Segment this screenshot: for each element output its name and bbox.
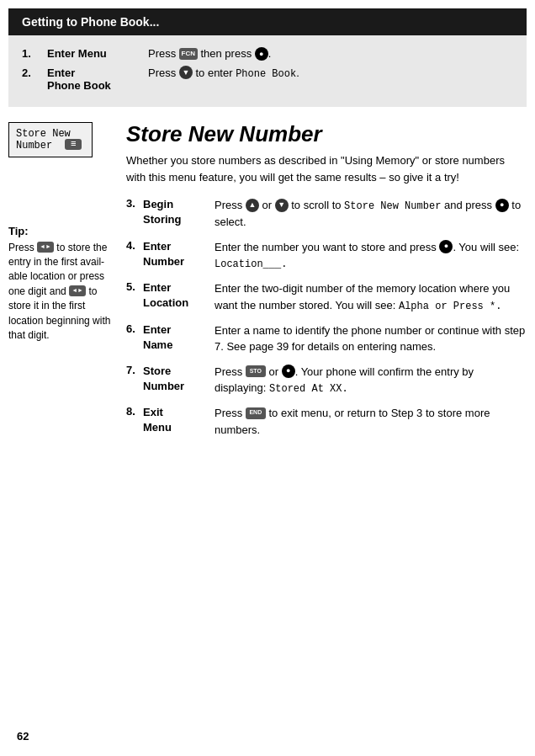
step8-desc: Press END to exit menu, or return to Ste… [215,405,527,438]
stored-at-mono: Stored At XX. [269,383,348,395]
step-4: 4. EnterNumber Enter the number you want… [126,239,527,273]
steps-list: 3. BeginStoring Press ▲ or ▼ to scroll t… [126,197,527,438]
lcd-icon: ☰ [65,139,82,150]
lcd-line1: Store New [16,128,71,140]
phone-book-mono: Phone Book [236,68,296,80]
select-icon-7: ● [282,365,295,378]
tip-store-icon: ◄► [37,242,54,253]
step3-desc: Press ▲ or ▼ to scroll to Store New Numb… [215,197,527,231]
step1-desc: Press FCN then press ●. [148,47,513,61]
down-button-icon: ▼ [179,66,193,79]
intro-text: Whether you store numbers as described i… [126,152,527,185]
step3-label: BeginStoring [143,197,215,227]
step5-label: EnterLocation [143,280,215,311]
step3-num: 3. [126,197,143,210]
alpha-mono: Alpha or Press *. [399,301,501,312]
step-5: 5. EnterLocation Enter the two-digit num… [126,280,527,314]
step7-label: StoreNumber [143,364,215,394]
header-bar: Getting to Phone Book... [8,8,527,35]
up-icon-3: ▲ [246,199,259,212]
step7-num: 7. [126,364,143,376]
step2-num: 2. [22,67,47,79]
step6-desc: Enter a name to identify the phone numbe… [215,322,527,355]
step-8: 8. ExitMenu Press END to exit menu, or r… [126,405,527,438]
main-content: Store New Number ☰ Tip: Press ◄► to stor… [8,122,527,447]
lcd-display: Store New Number ☰ [8,122,93,157]
lcd-line2: Number [16,140,52,152]
sto-icon-7: STO [246,365,266,377]
step1-label: Enter Menu [47,47,148,60]
step6-label: EnterName [143,322,215,353]
step2-label: EnterPhone Book [47,67,148,92]
getting-step-1: 1. Enter Menu Press FCN then press ●. [22,47,513,61]
step5-desc: Enter the two-digit number of the memory… [215,280,527,314]
right-content: Store New Number Whether you store numbe… [126,122,527,447]
menu-button-icon: ● [255,47,268,61]
step-6: 6. EnterName Enter a name to identify th… [126,322,527,355]
step8-label: ExitMenu [143,405,215,435]
tip-text: Press ◄► to store the entry in the first… [8,241,118,343]
step-3: 3. BeginStoring Press ▲ or ▼ to scroll t… [126,197,527,231]
tip-label: Tip: [8,225,118,237]
section-title: Store New Number [126,122,527,146]
tip-section: Tip: Press ◄► to store the entry in the … [8,225,118,343]
page-number: 62 [17,730,29,743]
location-mono: Location___. [215,258,287,270]
getting-step-2: 2. EnterPhone Book Press ▼ to enter Phon… [22,67,513,92]
store-new-number-mono: Store New Number [344,200,441,212]
fcn-button-icon: FCN [179,48,198,60]
tip-store-icon2: ◄► [69,285,86,296]
getting-section: 1. Enter Menu Press FCN then press ●. 2.… [8,35,527,107]
step-7: 7. StoreNumber Press STO or ●. Your phon… [126,364,527,397]
step1-num: 1. [22,47,47,60]
step5-num: 5. [126,280,143,293]
step7-desc: Press STO or ●. Your phone will confirm … [215,364,527,397]
step6-num: 6. [126,322,143,335]
step8-num: 8. [126,405,143,418]
step4-desc: Enter the number you want to store and p… [215,239,527,273]
step2-desc: Press ▼ to enter Phone Book. [148,67,513,81]
sidebar: Store New Number ☰ Tip: Press ◄► to stor… [8,122,126,447]
step4-label: EnterNumber [143,239,215,269]
down-icon-3: ▼ [275,199,289,212]
select-icon-3: ● [495,199,509,212]
press-icon-4: ● [439,240,453,253]
end-icon-8: END [246,407,266,419]
header-title: Getting to Phone Book... [22,15,159,29]
step4-num: 4. [126,239,143,252]
